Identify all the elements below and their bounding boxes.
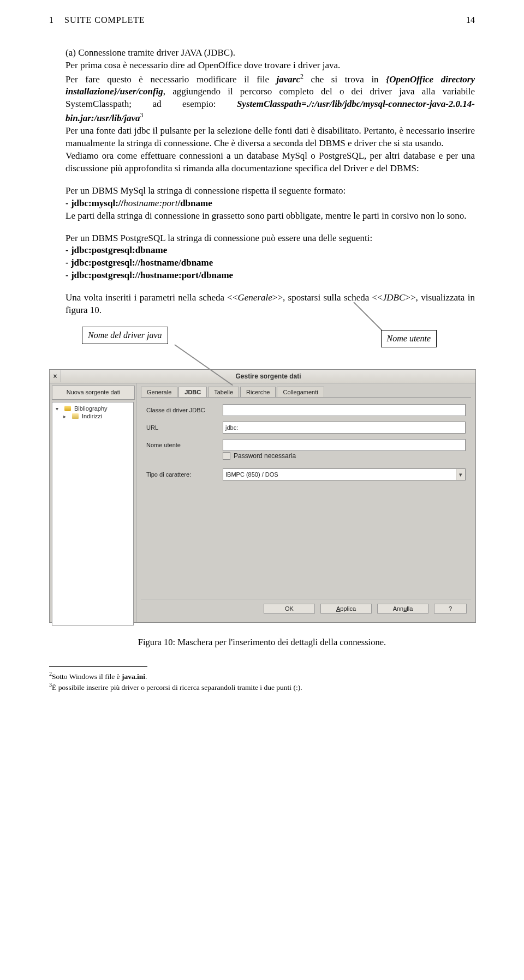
text: Connessione tramite driver JAVA (JDBC). [76, 47, 235, 58]
label-password-required: Password necessaria [234, 452, 296, 460]
tab-name-generale: Generale [238, 292, 272, 303]
footnote-rule [49, 666, 147, 667]
chevron-down-icon: ▾ [456, 469, 465, 480]
footnote-2: 2Sotto Windows il file è java.ini. [49, 670, 475, 681]
conn-string-suffix: /dbname [177, 198, 212, 208]
label-charset: Tipo di carattere: [146, 471, 223, 478]
label-username: Nome utente [146, 442, 223, 448]
collapse-icon[interactable]: ▾ [56, 406, 61, 412]
input-driver-class[interactable] [223, 404, 466, 416]
tab-tabelle[interactable]: Tabelle [208, 387, 239, 397]
dialog: × Gestire sorgente dati Nuova sorgente d… [49, 369, 476, 623]
text: Per una fonte dati jdbc il pulsante per … [66, 125, 475, 148]
footnote-suffix: . [145, 672, 147, 681]
close-icon[interactable]: × [50, 370, 61, 382]
pg-conn-2: - jdbc:postgresql://hostname/dbname [66, 257, 213, 268]
folder-icon [72, 413, 79, 419]
text: Per un DBMS PostgreSQL la stringa di con… [66, 233, 372, 243]
footnote-3: 3É possibile inserire più driver o perco… [49, 681, 475, 692]
header-section-num: 1 [49, 15, 53, 25]
callout-driver-name: Nome del driver java [82, 327, 168, 344]
new-source-button[interactable]: Nuova sorgente dati [52, 386, 135, 400]
dialog-title: Gestire sorgente dati [61, 372, 475, 380]
datasource-tree[interactable]: ▾ Bibliography ▸ Indirizzi [52, 402, 134, 626]
dialog-titlebar: × Gestire sorgente dati [50, 370, 475, 383]
help-button[interactable]: ? [434, 604, 467, 614]
page-header: 1 SUITE COMPLETE 14 [49, 15, 475, 25]
paragraph-a: (a) Connessione tramite driver JAVA (JDB… [49, 47, 475, 175]
pg-conn-3: - jdbc:postgresql://hostname:port/dbname [66, 270, 233, 280]
conn-string-hostport: hostname:port [123, 198, 177, 208]
select-charset[interactable]: IBMPC (850) / DOS ▾ [223, 468, 466, 480]
tree-item-bibliography[interactable]: ▾ Bibliography [55, 405, 131, 412]
text: Una volta inseriti i parametri nella sch… [66, 292, 238, 303]
tab-ricerche[interactable]: Ricerche [240, 387, 276, 397]
filename: javarc [277, 74, 300, 85]
select-charset-value: IBMPC (850) / DOS [225, 471, 278, 478]
tab-name-jdbc: JDBC [383, 292, 406, 303]
input-url[interactable]: jdbc: [223, 422, 466, 434]
header-left: 1 SUITE COMPLETE [49, 15, 145, 25]
footnote-text: É possibile inserire più driver o percor… [52, 683, 302, 692]
tree-item-indirizzi[interactable]: ▸ Indirizzi [62, 412, 131, 420]
text: Vediamo ora come effettuare connessioni … [66, 151, 475, 173]
checkbox-password[interactable] [223, 452, 230, 460]
header-section-title: SUITE COMPLETE [64, 15, 145, 25]
text: Per fare questo è necessario modificare … [66, 74, 277, 85]
callout-username: Nome utente [381, 330, 437, 347]
tab-collegamenti[interactable]: Collegamenti [277, 387, 324, 397]
paragraph-mysql: Per un DBMS MySql la stringa di connessi… [49, 185, 475, 223]
text: Le parti della stringa di connessione in… [66, 211, 467, 221]
tabstrip: Generale JDBC Tabelle Ricerche Collegame… [141, 387, 471, 398]
pg-conn-1: - jdbc:postgresql:dbname [66, 245, 167, 255]
header-page-num: 14 [466, 15, 475, 25]
text: Per prima cosa è necessario dire ad Open… [66, 60, 340, 70]
database-icon [64, 406, 71, 411]
paragraph-final: Una volta inseriti i parametri nella sch… [49, 292, 475, 317]
callouts: Nome del driver java Nome utente [49, 327, 475, 365]
label-driver-class: Classe di driver JDBC [146, 407, 223, 413]
dialog-footer: OK Applica Annulla ? [141, 599, 471, 618]
text: >>, spostarsi sulla scheda << [272, 292, 383, 303]
footnote-text: Sotto Windows il file è [52, 672, 122, 681]
tab-generale[interactable]: Generale [141, 387, 177, 397]
text: Per un DBMS MySql la stringa di connessi… [66, 185, 346, 196]
apply-button[interactable]: Applica [320, 604, 372, 614]
tree-label: Bibliography [74, 405, 108, 412]
input-username[interactable] [223, 439, 466, 451]
dialog-sidebar: Nuova sorgente dati ▾ Bibliography ▸ Ind… [50, 383, 136, 622]
footnote-bold: java.ini [122, 672, 145, 681]
conn-string-prefix: - jdbc:mysql:// [66, 198, 123, 208]
tree-label: Indirizzi [82, 413, 102, 419]
label-url: URL [146, 424, 223, 431]
paragraph-postgresql: Per un DBMS PostgreSQL la stringa di con… [49, 232, 475, 282]
expand-icon[interactable]: ▸ [63, 413, 69, 419]
text: che si trova in [303, 74, 386, 85]
form-area: Classe di driver JDBC URL jdbc: Nome ute… [141, 398, 471, 599]
cancel-button[interactable]: Annulla [377, 604, 428, 614]
ok-button[interactable]: OK [264, 604, 315, 614]
figure-caption: Figura 10: Maschera per l'inserimento de… [49, 637, 475, 648]
item-label: (a) [66, 47, 76, 58]
tab-jdbc[interactable]: JDBC [178, 387, 207, 397]
footnote-ref-3: 3 [140, 111, 144, 119]
